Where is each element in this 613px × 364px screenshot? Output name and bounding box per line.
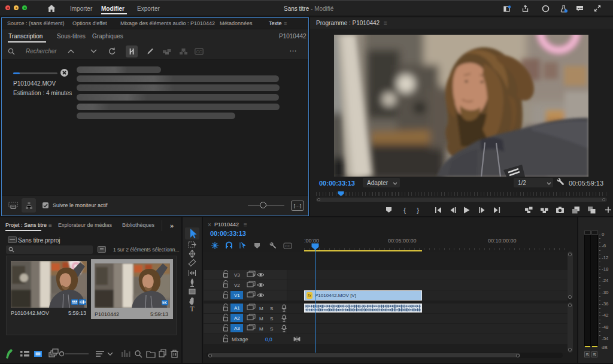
svg-text:S: S bbox=[270, 316, 273, 321]
svg-text:S: S bbox=[270, 306, 273, 311]
svg-text:0,0: 0,0 bbox=[265, 336, 272, 342]
svg-text:M: M bbox=[259, 326, 263, 332]
svg-text:A3: A3 bbox=[234, 326, 240, 331]
svg-text:M: M bbox=[259, 316, 263, 321]
svg-text:}: } bbox=[417, 207, 419, 214]
svg-text:T: T bbox=[190, 305, 195, 313]
svg-text:V3: V3 bbox=[234, 272, 240, 278]
svg-text:M: M bbox=[259, 306, 263, 311]
svg-text:Mixage: Mixage bbox=[232, 336, 248, 342]
svg-text:S: S bbox=[270, 326, 273, 332]
svg-text:A1: A1 bbox=[234, 305, 240, 311]
svg-text:A2: A2 bbox=[234, 316, 240, 321]
svg-text:{: { bbox=[403, 207, 406, 214]
svg-text:V2: V2 bbox=[234, 283, 240, 288]
svg-text:V1: V1 bbox=[234, 293, 240, 298]
svg-text:CC: CC bbox=[196, 50, 202, 54]
svg-text:CC: CC bbox=[285, 244, 290, 248]
